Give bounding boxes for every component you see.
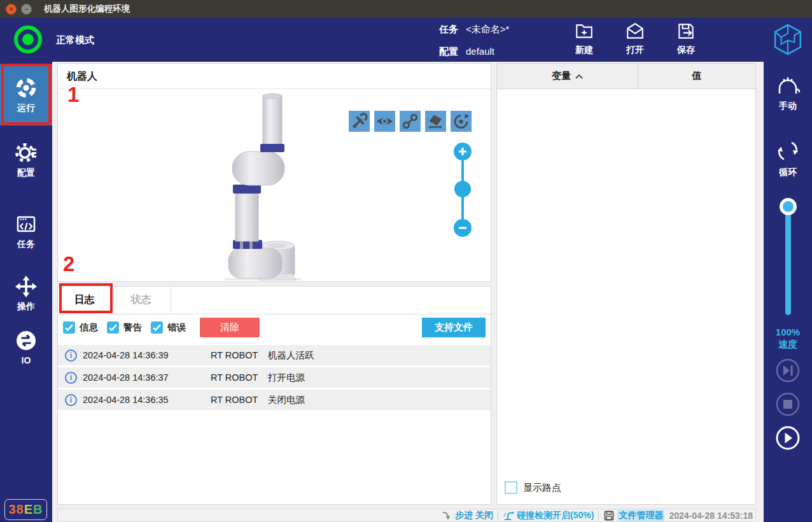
log-time: 2024-04-28 14:36:35	[83, 395, 211, 405]
log-time: 2024-04-28 14:36:37	[83, 372, 211, 383]
save-icon	[676, 21, 696, 41]
view-toolbar	[349, 111, 472, 132]
step-arrow-icon	[442, 511, 452, 521]
checkbox-checked-icon	[107, 321, 119, 334]
clear-log-button[interactable]: 清除	[200, 318, 260, 337]
show-waypoints-checkbox[interactable]: 显示路点	[505, 481, 561, 494]
checkbox-checked-icon	[151, 321, 163, 334]
minus-icon	[458, 223, 467, 232]
log-message: 关闭电源	[268, 394, 305, 406]
variables-table-header: 变量 值	[497, 64, 755, 89]
play-button[interactable]	[775, 425, 801, 451]
waypoint-path-icon	[400, 111, 421, 132]
support-file-button[interactable]: 支持文件	[422, 318, 486, 337]
path-button[interactable]	[400, 111, 421, 132]
robot-panel: 机器人	[57, 63, 491, 282]
new-folder-icon	[574, 21, 594, 41]
filter-info-checkbox[interactable]: 信息	[63, 321, 98, 334]
info-icon: i	[65, 394, 77, 406]
window-close-button[interactable]: ✕	[6, 4, 17, 15]
speed-readout: 100% 速度	[764, 326, 812, 350]
tab-log[interactable]: 日志	[58, 286, 111, 314]
manual-mode-button[interactable]: 手动	[764, 73, 812, 112]
log-panel: 日志 状态 信息 警告 错误 清除	[57, 286, 491, 505]
save-task-button[interactable]: 保存	[666, 21, 706, 56]
filter-error-checkbox[interactable]: 错误	[151, 321, 186, 334]
log-source: RT ROBOT	[211, 350, 268, 360]
reset-view-button[interactable]	[451, 111, 472, 132]
zoom-out-button[interactable]	[454, 219, 472, 237]
sort-asc-icon	[575, 74, 583, 79]
robot-3d-view[interactable]	[225, 90, 301, 281]
collision-icon	[503, 510, 514, 521]
header: 正常模式 任务<未命名>* 配置default 新建 打开 保存	[0, 18, 812, 62]
speed-value: 100%	[764, 326, 812, 338]
tools-icon	[349, 111, 370, 132]
gear-icon	[15, 141, 38, 164]
config-value: default	[466, 46, 494, 57]
floppy-disk-icon	[603, 510, 615, 521]
collision-detection-status[interactable]: 碰撞检测开启(50%)	[503, 510, 594, 521]
left-sidebar: 运行 配置 任务	[0, 62, 52, 522]
brand-logo-icon	[773, 22, 803, 57]
log-message: 打开电源	[268, 372, 305, 384]
mode-status-icon	[14, 25, 42, 53]
right-sidebar: 手动 循环 100% 速度	[764, 62, 812, 522]
sidebar-item-task[interactable]: 任务	[0, 204, 52, 258]
speed-slider-handle[interactable]	[780, 198, 797, 215]
loop-mode-button[interactable]: 循环	[764, 138, 812, 178]
window-minimize-button[interactable]: –	[21, 4, 32, 15]
sidebar-item-run[interactable]: 运行	[0, 64, 52, 125]
sidebar-item-config[interactable]: 配置	[0, 133, 52, 187]
sidebar-item-operate[interactable]: 操作	[0, 267, 52, 320]
task-label: 任务	[439, 24, 458, 34]
tab-row: 日志 状态	[58, 286, 491, 314]
variables-panel: 变量 值 显示路点	[496, 63, 756, 505]
eraser-button[interactable]	[425, 111, 446, 132]
plus-icon	[458, 147, 467, 156]
step-forward-button[interactable]	[775, 358, 801, 383]
open-task-button[interactable]: 打开	[615, 21, 655, 56]
tools-button[interactable]	[349, 111, 370, 132]
speed-slider-track[interactable]	[785, 198, 791, 315]
eraser-icon	[425, 111, 446, 132]
log-source: RT ROBOT	[211, 395, 268, 405]
info-icon: i	[65, 349, 77, 362]
new-task-button[interactable]: 新建	[564, 21, 605, 56]
speed-label: 速度	[764, 338, 812, 350]
loop-icon	[774, 138, 801, 164]
checkbox-checked-icon	[63, 321, 75, 334]
checkbox-unchecked-icon	[505, 481, 517, 494]
config-label: 配置	[439, 46, 458, 57]
code-window-icon	[15, 213, 38, 236]
reset-view-icon	[451, 111, 472, 132]
status-timestamp: 2024-04-28 14:53:18	[669, 511, 753, 521]
task-value: <未命名>*	[466, 24, 509, 34]
zoom-slider-handle[interactable]	[454, 181, 471, 197]
step-mode-status[interactable]: 步进 关闭	[442, 510, 493, 521]
column-header-variable[interactable]: 变量	[497, 64, 638, 88]
log-entry: i 2024-04-28 14:36:35 RT ROBOT 关闭电源	[58, 390, 491, 410]
sidebar-item-io[interactable]: IO	[0, 320, 52, 374]
zoom-in-button[interactable]	[454, 143, 472, 160]
play-icon	[775, 425, 801, 451]
run-icon	[15, 76, 38, 99]
io-swap-icon	[15, 329, 38, 352]
step-forward-icon	[775, 358, 801, 383]
divider	[598, 511, 599, 520]
info-icon: i	[65, 372, 77, 384]
window-title: 机器人图形化编程环境	[44, 3, 130, 15]
visibility-button[interactable]	[374, 111, 395, 132]
filter-warning-checkbox[interactable]: 警告	[107, 321, 142, 334]
stop-button[interactable]	[775, 392, 801, 417]
tab-status[interactable]: 状态	[111, 286, 171, 314]
log-entry: i 2024-04-28 14:36:39 RT ROBOT 机器人活跃	[58, 345, 491, 365]
column-header-value[interactable]: 值	[638, 64, 755, 88]
titlebar: ✕ – 机器人图形化编程环境	[0, 0, 812, 18]
log-list: i 2024-04-28 14:36:39 RT ROBOT 机器人活跃 i 2…	[58, 345, 491, 410]
log-message: 机器人活跃	[268, 349, 314, 362]
open-icon	[625, 21, 645, 41]
log-filter-row: 信息 警告 错误 清除 支持文件	[58, 314, 491, 340]
file-manager-button[interactable]: 文件管理器	[603, 510, 664, 521]
eye-icon	[374, 111, 395, 132]
